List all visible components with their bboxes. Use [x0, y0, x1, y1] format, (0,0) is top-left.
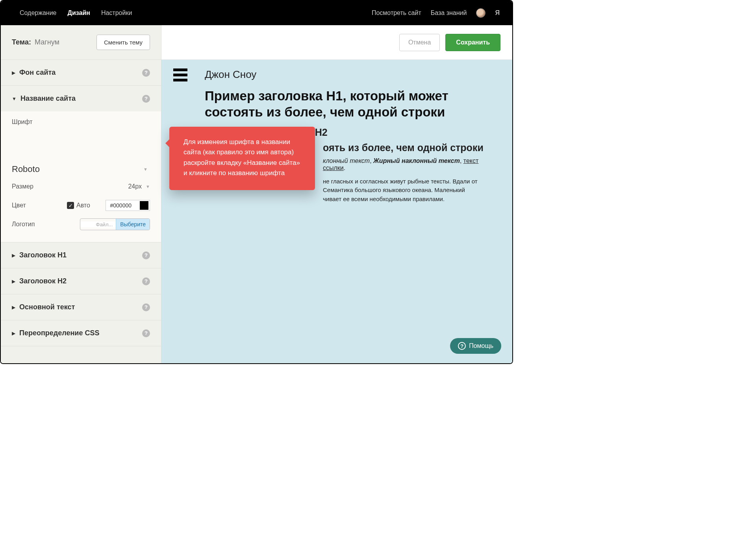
panel-header-bg[interactable]: ▶ Фон сайта ? — [1, 60, 161, 85]
size-label: Размер — [12, 183, 55, 190]
italic-sample: клонный текст — [323, 157, 370, 164]
help-icon[interactable]: ? — [142, 69, 150, 77]
chevron-right-icon: ▶ — [12, 279, 15, 284]
hamburger-icon[interactable] — [173, 68, 187, 84]
panel-header-css[interactable]: ▶ Переопределение CSS ? — [1, 320, 161, 346]
color-input[interactable]: #000000 — [106, 200, 150, 211]
chevron-right-icon: ▶ — [12, 253, 15, 258]
panel-header-body[interactable]: ▶ Основной текст ? — [1, 294, 161, 320]
chevron-down-icon: ▼ — [12, 96, 17, 102]
font-value: Roboto — [12, 164, 40, 174]
panel-css-override: ▶ Переопределение CSS ? — [1, 320, 161, 346]
size-value: 24px — [128, 183, 142, 190]
preview-inline-text: клонный текст, Жирный наклонный текст, т… — [323, 157, 497, 172]
tab-design[interactable]: Дизайн — [68, 9, 90, 17]
knowledge-base-link[interactable]: База знаний — [431, 9, 467, 17]
help-label: Помощь — [469, 342, 493, 349]
panel-h2: ▶ Заголовок H2 ? — [1, 268, 161, 294]
font-label: Шрифт — [12, 118, 150, 162]
size-field: Размер 24px ▼ — [1, 174, 161, 193]
tab-settings[interactable]: Настройки — [101, 9, 132, 17]
help-icon[interactable]: ? — [142, 277, 150, 285]
theme-label: Тема: — [12, 38, 31, 46]
auto-color-checkbox[interactable]: ✓ Авто — [67, 202, 90, 209]
font-field[interactable]: Шрифт Roboto ▼ — [1, 111, 161, 174]
color-field: Цвет ✓ Авто #000000 — [1, 193, 161, 212]
panel-site-name: ▼ Название сайта ? Шрифт Roboto ▼ Размер… — [1, 86, 161, 242]
view-site-link[interactable]: Посмотреть сайт — [372, 9, 421, 17]
theme-row: Тема: Магнум Сменить тему — [1, 25, 161, 60]
cancel-button[interactable]: Отмена — [399, 34, 440, 51]
size-select[interactable]: 24px ▼ — [128, 183, 150, 190]
panel-title: Основной текст — [19, 303, 75, 311]
chevron-down-icon: ▼ — [143, 167, 148, 172]
file-picker[interactable]: Файл... Выберите — [80, 218, 150, 230]
panel-header-site-name[interactable]: ▼ Название сайта ? — [1, 86, 161, 111]
panel-title: Фон сайта — [19, 68, 56, 77]
panel-body-text: ▶ Основной текст ? — [1, 294, 161, 320]
nav-tabs: Содержание Дизайн Настройки — [20, 9, 132, 17]
preview-body-text: не гласных и согласных живут рыбные текс… — [323, 177, 497, 204]
chevron-right-icon: ▶ — [12, 305, 15, 310]
chevron-down-icon: ▼ — [146, 184, 150, 189]
auto-label: Авто — [76, 202, 90, 209]
help-icon[interactable]: ? — [142, 329, 150, 337]
change-theme-button[interactable]: Сменить тему — [96, 35, 150, 50]
theme-name: Магнум — [33, 38, 59, 46]
save-button[interactable]: Сохранить — [445, 34, 500, 51]
nav-right: Посмотреть сайт База знаний Я — [372, 8, 500, 18]
action-bar: Отмена Сохранить — [161, 25, 512, 60]
help-icon[interactable]: ? — [142, 95, 150, 103]
panel-title: Название сайта — [20, 94, 76, 103]
help-icon[interactable]: ? — [142, 251, 150, 259]
logo-field: Логотип Файл... Выберите — [1, 212, 161, 231]
user-label[interactable]: Я — [495, 9, 500, 17]
tooltip-callout: Для изменеия шрифта в названии сайта (ка… — [169, 127, 315, 190]
panel-header-h2[interactable]: ▶ Заголовок H2 ? — [1, 268, 161, 294]
avatar[interactable] — [476, 8, 485, 18]
help-icon[interactable]: ? — [142, 303, 150, 311]
panel-site-background: ▶ Фон сайта ? — [1, 60, 161, 86]
chevron-right-icon: ▶ — [12, 331, 15, 336]
help-button[interactable]: ? Помощь — [450, 338, 501, 354]
panel-body-site-name: Шрифт Roboto ▼ Размер 24px ▼ Цвет — [1, 111, 161, 242]
top-nav: Содержание Дизайн Настройки Посмотреть с… — [1, 1, 512, 25]
check-icon: ✓ — [67, 202, 74, 209]
color-swatch[interactable] — [140, 201, 148, 210]
color-label: Цвет — [12, 202, 55, 209]
file-placeholder: Файл... — [80, 222, 116, 227]
content-area: Отмена Сохранить Джон Сноу Пример заголо… — [161, 25, 512, 363]
color-value: #000000 — [106, 202, 139, 209]
preview-h1: Пример заголовка H1, который может состо… — [205, 88, 497, 120]
tab-content[interactable]: Содержание — [20, 9, 57, 17]
choose-file-button[interactable]: Выберите — [116, 219, 150, 230]
sidebar: Тема: Магнум Сменить тему ▶ Фон сайта ? … — [1, 25, 161, 363]
panel-h1: ▶ Заголовок H1 ? — [1, 242, 161, 268]
panel-title: Переопределение CSS — [19, 329, 99, 337]
preview-site-title: Джон Сноу — [205, 68, 497, 81]
font-select[interactable]: Roboto ▼ — [12, 164, 150, 174]
panel-header-h1[interactable]: ▶ Заголовок H1 ? — [1, 242, 161, 268]
panel-title: Заголовок H1 — [19, 251, 67, 259]
bold-italic-sample: Жирный наклонный текст — [373, 157, 460, 164]
tooltip-text: Для изменеия шрифта в названии сайта (ка… — [183, 138, 300, 177]
logo-label: Логотип — [12, 221, 55, 228]
question-icon: ? — [458, 342, 466, 350]
preview-h2-line2: оять из более, чем одной строки — [323, 142, 497, 153]
panel-title: Заголовок H2 — [19, 277, 67, 285]
chevron-right-icon: ▶ — [12, 70, 15, 76]
preview-canvas: Джон Сноу Пример заголовка H1, который м… — [161, 60, 512, 363]
